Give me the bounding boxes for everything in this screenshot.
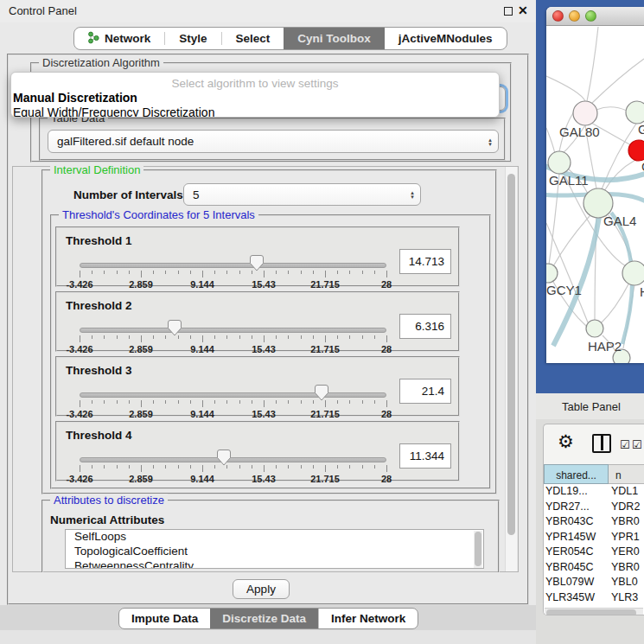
threshold-3-value-field[interactable]: 21.4 — [399, 379, 451, 404]
slider-track[interactable] — [80, 457, 386, 462]
threshold-label: Threshold 2 — [66, 299, 132, 312]
scrollbar-thumb[interactable] — [546, 609, 636, 615]
close-icon[interactable]: ✕ — [518, 3, 528, 17]
node-h[interactable] — [622, 261, 644, 285]
node-gcy1[interactable] — [546, 264, 558, 283]
node-label: GCY1 — [546, 283, 582, 297]
cell[interactable]: YPR1 — [609, 530, 644, 545]
dropdown-option-equal-width-frequency[interactable]: Equal Width/Frequency Discretization — [11, 105, 499, 118]
list-item[interactable]: SelfLoops — [66, 530, 483, 545]
tab-infer-network[interactable]: Infer Network — [319, 609, 418, 628]
threshold-3-slider[interactable]: -3.4262.8599.14415.4321.71528 — [80, 392, 386, 418]
horizontal-scrollbar[interactable] — [545, 608, 643, 615]
list-item[interactable]: BetweennessCentrality — [66, 559, 483, 569]
network-canvas[interactable]: GAL80 GA C GAL11 GAL4 GCY1 H HAP2 — [546, 27, 644, 363]
cell[interactable]: YER0 — [609, 545, 644, 560]
tab-discretize-data[interactable]: Discretize Data — [210, 609, 318, 628]
slider-track[interactable] — [80, 263, 386, 268]
network-tree-icon — [88, 31, 99, 47]
bottom-strip — [0, 630, 536, 644]
table-panel-title: Table Panel — [562, 400, 621, 413]
slider-thumb[interactable] — [250, 255, 264, 271]
tab-network[interactable]: Network — [74, 28, 164, 49]
slider-thumb[interactable] — [315, 385, 328, 401]
node-gal80[interactable] — [573, 101, 597, 125]
node-label: GAL11 — [549, 173, 589, 188]
spinner-arrows-icon: ▴▾ — [482, 137, 498, 146]
combo-value: galFiltered.sif default node — [57, 135, 482, 148]
dropdown-option-manual-discretization[interactable]: Manual Discretization — [11, 90, 499, 105]
network-window-titlebar[interactable] — [546, 7, 644, 26]
cell[interactable]: YLR3 — [609, 590, 644, 606]
tab-label: jActiveMNodules — [399, 32, 493, 45]
apply-button[interactable]: Apply — [233, 579, 290, 599]
node-ga[interactable] — [626, 101, 644, 124]
cell[interactable]: YBL079W — [544, 575, 609, 590]
cell[interactable]: YBR0 — [609, 514, 644, 530]
list-item[interactable]: TopologicalCoefficient — [66, 545, 483, 559]
node-gal11[interactable] — [548, 151, 571, 174]
tab-label: Infer Network — [331, 612, 405, 625]
list-scrollbar[interactable] — [474, 531, 482, 569]
threshold-1-slider[interactable]: -3.4262.8599.14415.4321.71528 — [80, 263, 386, 289]
cell[interactable]: YBR045C — [544, 560, 609, 576]
slider-thumb[interactable] — [168, 320, 182, 336]
table-row[interactable]: YPR145WYPR1 — [544, 530, 644, 545]
table-row[interactable]: YLR345WYLR3 — [544, 590, 644, 606]
threshold-4-slider[interactable]: -3.4262.8599.14415.4321.71528 — [80, 457, 386, 483]
vertical-scrollbar[interactable] — [505, 167, 517, 571]
threshold-2-slider[interactable]: -3.4262.8599.14415.4321.71528 — [80, 328, 386, 354]
table-row[interactable]: YBL079WYBL0 — [544, 575, 644, 590]
num-intervals-combobox[interactable]: 5 ▴▾ — [183, 183, 421, 206]
table-row[interactable]: YBR043CYBR0 — [544, 514, 644, 530]
dropdown-placeholder-option[interactable]: Select algorithm to view settings — [11, 73, 499, 90]
threshold-1-panel: Threshold 1 -3.4262.8599.14415.4321.7152… — [55, 226, 460, 287]
node-label: GAL80 — [559, 124, 600, 139]
cell[interactable]: YPR145W — [544, 530, 609, 545]
screen: Control Panel ✕ Network — [0, 0, 644, 644]
table-data-combobox[interactable]: galFiltered.sif default node ▴▾ — [48, 130, 499, 153]
tab-select[interactable]: Select — [222, 28, 284, 49]
checkbox-icon[interactable]: ☑ — [620, 438, 630, 451]
attributes-listbox[interactable]: SelfLoops TopologicalCoefficient Between… — [65, 529, 484, 569]
scrollbar-thumb[interactable] — [507, 174, 515, 535]
node-hap2[interactable] — [586, 320, 603, 337]
slider-track[interactable] — [80, 328, 386, 333]
table-row[interactable]: YDR27...YDR2 — [544, 500, 644, 515]
node-label: GA — [638, 122, 644, 137]
cell[interactable]: YDL19... — [544, 484, 609, 500]
float-icon[interactable] — [504, 7, 513, 16]
cell[interactable]: YDR27... — [544, 500, 609, 515]
cell[interactable]: YDL1 — [609, 484, 644, 500]
table-row[interactable]: YER054CYER0 — [544, 545, 644, 560]
threshold-4-value-field[interactable]: 11.344 — [399, 443, 451, 469]
cell[interactable]: YBR0 — [609, 560, 644, 576]
tab-style[interactable]: Style — [165, 28, 220, 49]
column-header-shared-name[interactable]: shared... — [544, 464, 609, 484]
column-header-name[interactable]: n — [609, 464, 644, 484]
tab-label: Network — [105, 32, 150, 45]
split-columns-icon[interactable] — [592, 434, 611, 453]
node-label: H — [640, 284, 644, 299]
threshold-2-value-field[interactable]: 6.316 — [399, 314, 451, 339]
tab-jactivemnodules[interactable]: jActiveMNodules — [385, 28, 507, 49]
table-toolbar: ⚙ ☑ ☑ — [544, 424, 644, 464]
close-traffic-light[interactable] — [552, 10, 564, 22]
cell[interactable]: YDR2 — [609, 500, 644, 515]
table-row[interactable]: YBR045CYBR0 — [544, 560, 644, 576]
minimize-traffic-light[interactable] — [569, 10, 580, 22]
cell[interactable]: YBR043C — [544, 514, 609, 530]
zoom-traffic-light[interactable] — [585, 10, 596, 22]
checkbox-icon[interactable]: ☑ — [632, 438, 642, 451]
cell[interactable]: YER054C — [544, 545, 609, 560]
cell[interactable]: YLR345W — [544, 590, 609, 606]
slider-thumb[interactable] — [217, 450, 231, 466]
tab-cyni-toolbox[interactable]: Cyni Toolbox — [284, 28, 385, 49]
threshold-1-value-field[interactable]: 14.713 — [399, 249, 451, 274]
tab-impute-data[interactable]: Impute Data — [119, 609, 210, 628]
table-row[interactable]: YDL19...YDL1 — [544, 484, 644, 500]
cell[interactable]: YBL0 — [609, 575, 644, 590]
node-c-red[interactable] — [628, 140, 644, 161]
gear-icon[interactable]: ⚙ — [558, 431, 574, 452]
slider-track[interactable] — [80, 392, 386, 398]
